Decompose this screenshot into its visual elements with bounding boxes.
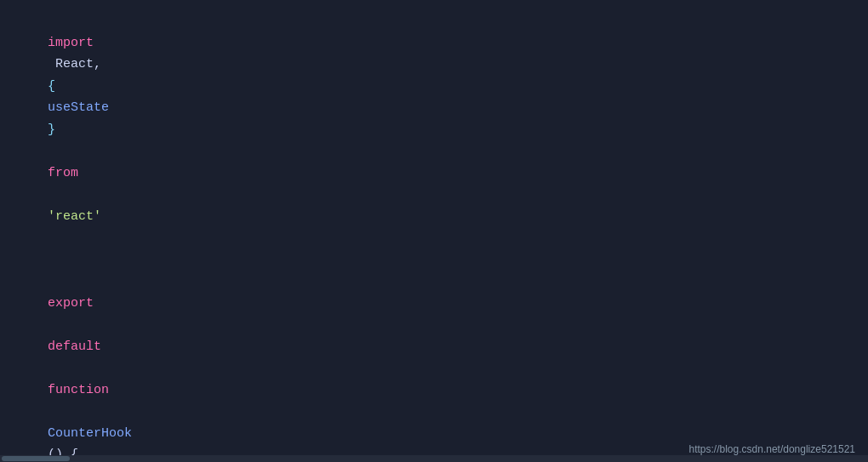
keyword-export: export [48,296,94,311]
code-text: React, [48,57,109,71]
code-editor: import React, { useState } from 'react' … [0,0,868,462]
keyword-from: from [48,166,78,180]
keyword-default: default [48,339,101,354]
code-text: useState [48,100,109,115]
code-line-3: export default function CounterHook () { [17,271,851,462]
code-text [48,404,55,419]
code-text [48,361,55,375]
code-text: } [48,123,55,137]
scrollbar-thumb[interactable] [2,456,70,461]
scrollbar-area[interactable] [0,455,868,462]
code-text: { [48,79,55,94]
code-text: 'react' [48,209,101,224]
code-line-2 [17,249,851,271]
keyword-import: import [48,36,94,50]
function-name: CounterHook [48,426,132,441]
code-text [48,187,55,202]
code-text [48,317,55,332]
code-text [48,144,55,158]
watermark: https://blog.csdn.net/donglize521521 [689,443,855,455]
keyword-function: function [48,383,109,397]
code-line-1: import React, { useState } from 'react' [17,10,851,249]
